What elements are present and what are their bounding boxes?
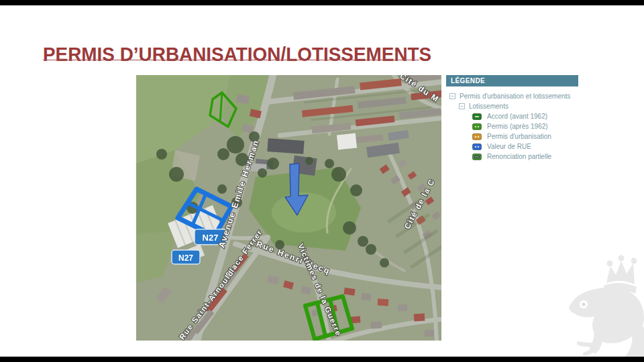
map-panel: N27 N27 Avenue Emile Herman Rue Henri He…: [136, 75, 441, 341]
legend-item-accord: Accord (avant 1962): [446, 111, 578, 121]
legend-symbol-renonciation: [472, 154, 482, 160]
collapse-icon[interactable]: −: [449, 93, 455, 99]
legend-symbol-accord: [472, 113, 482, 120]
frog-crown-logo: [569, 255, 644, 357]
title-underline: [43, 60, 419, 60]
road-badge-n27-b-label: N27: [178, 253, 193, 263]
collapse-icon[interactable]: −: [459, 103, 465, 109]
legend-item-renonciation: Renonciation partielle: [446, 152, 578, 162]
aerial-map-image: N27 N27 Avenue Emile Herman Rue Henri He…: [136, 75, 441, 341]
letterbox-top: [0, 0, 644, 5]
legend-group-lotissements-label: Lotissements: [469, 103, 508, 110]
legend-item-accord-label: Accord (avant 1962): [487, 113, 547, 120]
legend-panel: LÉGENDE − Permis d'urbanisation et lotis…: [446, 75, 578, 162]
legend-tree: − Permis d'urbanisation et lotissements …: [446, 86, 578, 162]
legend-item-permis-apres-label: Permis (après 1962): [487, 123, 548, 130]
legend-item-renonciation-label: Renonciation partielle: [487, 153, 551, 160]
legend-item-valeur-rue: Valeur de RUE: [446, 141, 578, 152]
legend-group-lotissements: − Lotissements: [446, 101, 578, 111]
legend-symbol-permis-urbanisation: [472, 133, 482, 140]
legend-item-permis-urbanisation: Permis d'urbanisation: [446, 131, 578, 141]
letterbox-bottom: [0, 357, 644, 362]
legend-header: LÉGENDE: [446, 75, 578, 86]
legend-symbol-permis-apres: [472, 123, 482, 130]
road-badge-n27-b: N27: [172, 250, 200, 264]
legend-item-permis-urbanisation-label: Permis d'urbanisation: [487, 133, 551, 140]
legend-group-permis-label: Permis d'urbanisation et lotissements: [460, 93, 570, 100]
legend-item-permis-apres: Permis (après 1962): [446, 121, 578, 131]
legend-item-valeur-rue-label: Valeur de RUE: [487, 143, 531, 150]
road-badge-n27-a-label: N27: [203, 233, 219, 243]
page-title: PERMIS D’URBANISATION/LOTISSEMENTS: [43, 43, 431, 66]
legend-group-permis: − Permis d'urbanisation et lotissements: [446, 91, 578, 101]
legend-symbol-valeur-rue: [472, 143, 482, 150]
